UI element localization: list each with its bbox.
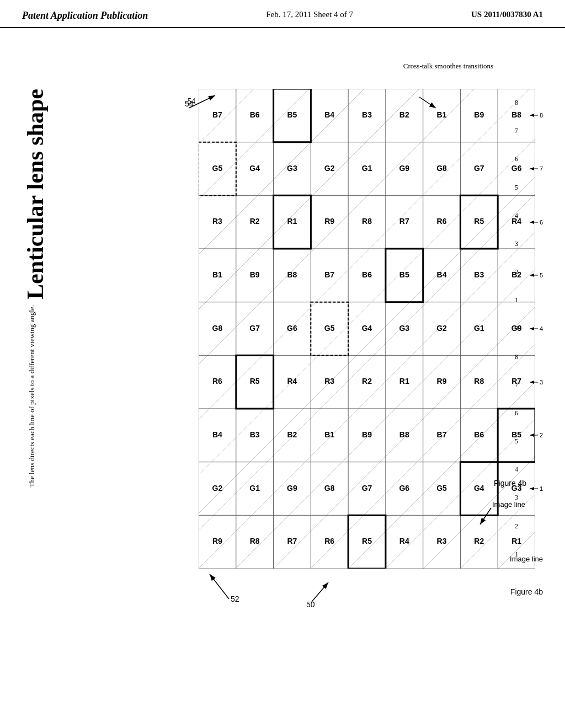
svg-text:R6: R6	[437, 217, 447, 226]
svg-text:G3: G3	[399, 324, 409, 333]
svg-text:52: 52	[231, 595, 239, 603]
svg-text:G8: G8	[324, 484, 335, 493]
svg-text:B4: B4	[324, 110, 334, 119]
svg-text:B5: B5	[287, 110, 297, 119]
header-publication-title: Patent Application Publication	[22, 10, 148, 22]
svg-line-137	[312, 582, 328, 602]
svg-text:R7: R7	[287, 537, 297, 545]
svg-text:1: 1	[540, 485, 543, 492]
svg-text:R8: R8	[362, 217, 372, 226]
svg-text:3: 3	[540, 379, 543, 386]
svg-text:G2: G2	[324, 164, 335, 173]
header-patent-number: US 2011/0037830 A1	[471, 10, 543, 22]
svg-text:R2: R2	[474, 537, 484, 545]
svg-text:R4: R4	[399, 537, 409, 545]
svg-text:R2: R2	[362, 377, 372, 386]
main-content: Lenticular lens shape The lens directs e…	[0, 28, 565, 718]
svg-text:R9: R9	[324, 217, 334, 226]
svg-text:R7: R7	[399, 217, 409, 226]
ref-54: 54	[188, 97, 195, 106]
left-label-area: Lenticular lens shape The lens directs e…	[17, 45, 138, 706]
image-line-label: Image line	[510, 555, 543, 563]
svg-text:R1: R1	[399, 377, 409, 386]
svg-line-135	[210, 574, 229, 599]
subtitle: The lens directs each line of pixels to …	[28, 305, 36, 487]
svg-text:B2: B2	[287, 430, 297, 439]
svg-text:R5: R5	[474, 217, 484, 226]
svg-text:2: 2	[540, 432, 543, 438]
svg-text:4: 4	[540, 325, 543, 332]
svg-text:R5: R5	[362, 537, 372, 545]
svg-text:G4: G4	[474, 484, 484, 493]
svg-text:B3: B3	[474, 270, 484, 279]
svg-text:50: 50	[306, 600, 315, 609]
svg-text:B1: B1	[212, 270, 222, 279]
page-header: Patent Application Publication Feb. 17, …	[0, 0, 565, 28]
svg-text:G1: G1	[474, 324, 484, 333]
main-title: Lenticular lens shape	[22, 89, 49, 299]
figure-area: Cross-talk smoothes transitions 54	[143, 45, 548, 706]
figure-label: Figure 4b	[510, 587, 543, 596]
svg-text:5: 5	[540, 272, 543, 279]
svg-text:B4: B4	[212, 430, 222, 439]
svg-text:B3: B3	[362, 110, 372, 119]
svg-text:G2: G2	[436, 324, 447, 333]
svg-text:B9: B9	[474, 110, 484, 119]
svg-text:G3: G3	[287, 164, 297, 173]
svg-text:B1: B1	[324, 430, 334, 439]
pixel-grid-svg: B7 B6 B5 B4 B3 B2 B1 B9 B8 G5 G4 G3 G2 G…	[199, 89, 535, 569]
svg-text:G9: G9	[399, 164, 409, 173]
side-numbers: 8 7 6 5 4 3 2 1 9 8 7 6 5 4 3 2 1	[507, 89, 518, 569]
svg-text:B8: B8	[399, 430, 409, 439]
svg-text:7: 7	[540, 165, 543, 172]
svg-text:R6: R6	[212, 377, 222, 386]
svg-text:B7: B7	[212, 110, 222, 119]
crosstalk-label: Cross-talk smoothes transitions	[403, 61, 493, 71]
svg-text:R9: R9	[437, 377, 447, 386]
svg-text:G7: G7	[362, 484, 372, 493]
svg-text:R8: R8	[474, 377, 484, 386]
svg-text:B2: B2	[399, 110, 409, 119]
svg-text:R3: R3	[212, 217, 222, 226]
svg-text:G8: G8	[436, 164, 447, 173]
svg-text:R3: R3	[324, 377, 334, 386]
svg-text:B1: B1	[437, 110, 447, 119]
svg-text:B7: B7	[324, 270, 334, 279]
svg-text:G6: G6	[287, 324, 297, 333]
svg-text:B6: B6	[362, 270, 372, 279]
svg-text:R5: R5	[250, 377, 260, 386]
svg-text:R6: R6	[324, 537, 334, 545]
svg-text:B4: B4	[437, 270, 447, 279]
svg-text:R2: R2	[250, 217, 260, 226]
svg-text:B6: B6	[250, 110, 260, 119]
svg-text:G5: G5	[212, 164, 223, 173]
grid-area: Cross-talk smoothes transitions 54	[143, 45, 548, 706]
header-date-sheet: Feb. 17, 2011 Sheet 4 of 7	[266, 10, 353, 22]
svg-text:B7: B7	[437, 430, 447, 439]
svg-text:R8: R8	[250, 537, 260, 545]
svg-text:B3: B3	[250, 430, 260, 439]
svg-text:G5: G5	[324, 324, 335, 333]
svg-text:B9: B9	[250, 270, 260, 279]
svg-text:G1: G1	[249, 484, 260, 493]
svg-text:B8: B8	[287, 270, 297, 279]
svg-text:R3: R3	[437, 537, 447, 545]
svg-text:G5: G5	[436, 484, 447, 493]
svg-text:6: 6	[540, 219, 543, 226]
svg-text:G6: G6	[399, 484, 409, 493]
svg-text:B6: B6	[474, 430, 484, 439]
svg-text:G1: G1	[362, 164, 372, 173]
svg-text:R9: R9	[212, 537, 222, 545]
svg-text:G4: G4	[249, 164, 260, 173]
svg-text:B9: B9	[362, 430, 372, 439]
svg-text:G8: G8	[212, 324, 223, 333]
svg-text:R4: R4	[287, 377, 297, 386]
svg-text:R1: R1	[287, 217, 297, 226]
svg-text:G4: G4	[362, 324, 372, 333]
svg-text:G7: G7	[474, 164, 484, 173]
svg-text:G9: G9	[287, 484, 297, 493]
svg-text:G7: G7	[249, 324, 260, 333]
svg-text:8: 8	[540, 112, 543, 119]
svg-text:B5: B5	[399, 270, 409, 279]
svg-text:G2: G2	[212, 484, 223, 493]
